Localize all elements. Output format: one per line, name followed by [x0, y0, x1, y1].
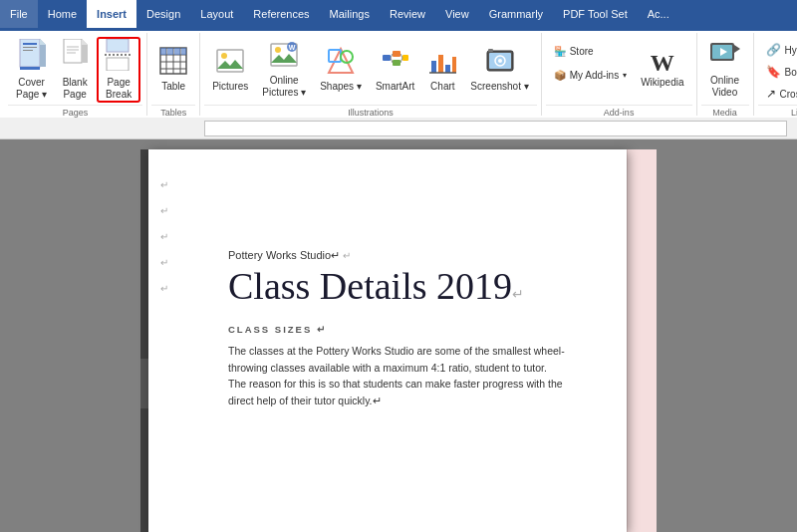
page-break-label: PageBreak — [106, 77, 132, 101]
cover-page-icon — [18, 39, 46, 75]
chart-icon — [428, 47, 456, 79]
svg-rect-15 — [107, 58, 129, 71]
online-video-button[interactable]: OnlineVideo — [703, 37, 747, 103]
smartart-icon — [382, 47, 409, 79]
wikipedia-icon: W — [651, 51, 674, 75]
svg-rect-45 — [438, 55, 443, 73]
ribbon-group-tables: Table Tables — [147, 33, 200, 116]
pages-group-label: Pages — [8, 105, 142, 120]
online-pictures-icon: W — [270, 41, 298, 73]
cross-ref-icon: ↗ — [766, 87, 776, 101]
document-area: ↵ ↵ ↵ ↵ ↵ Pottery Works Studio↵ ↵ Class … — [0, 139, 797, 532]
svg-rect-25 — [174, 48, 180, 55]
ribbon-group-tables-items: Table — [151, 33, 195, 105]
screenshot-button[interactable]: Screenshot ▾ — [464, 37, 534, 103]
ribbon-group-addins: 🏪 Store 📦 My Add-ins ▾ W Wikipedia Add-i… — [542, 33, 697, 116]
document-body: The classes at the Pottery Works Studio … — [228, 343, 567, 409]
ribbon: CoverPage ▾ BlankPage — [0, 28, 797, 118]
cross-ref-label: Cross-refer... — [780, 89, 797, 100]
svg-rect-46 — [445, 65, 450, 73]
tab-layout[interactable]: Layout — [190, 0, 243, 28]
pictures-label: Pictures — [212, 81, 248, 93]
my-addins-button[interactable]: 📦 My Add-ins ▾ — [548, 65, 633, 85]
blank-page-button[interactable]: BlankPage — [55, 37, 95, 103]
online-video-label: OnlineVideo — [710, 75, 739, 99]
pictures-button[interactable]: Pictures — [206, 37, 254, 103]
svg-rect-26 — [181, 48, 186, 55]
wikipedia-label: Wikipedia — [641, 77, 683, 89]
blank-page-label: BlankPage — [63, 77, 88, 101]
screenshot-icon — [486, 47, 514, 79]
screenshot-label: Screenshot ▾ — [470, 81, 528, 93]
bookmark-label: Bookmark — [785, 67, 797, 78]
shapes-icon — [327, 47, 355, 79]
svg-rect-23 — [160, 48, 166, 55]
ribbon-group-media-items: OnlineVideo — [701, 33, 749, 105]
svg-point-28 — [221, 53, 227, 59]
svg-line-43 — [400, 58, 402, 63]
ruler — [204, 121, 787, 136]
document-wrapper: ↵ ↵ ↵ ↵ ↵ Pottery Works Studio↵ ↵ Class … — [140, 149, 657, 532]
ribbon-group-illustrations: Pictures W OnlinePictures ▾ — [200, 33, 542, 116]
tab-references[interactable]: References — [243, 0, 319, 28]
online-pictures-button[interactable]: W OnlinePictures ▾ — [256, 37, 312, 103]
svg-marker-9 — [82, 39, 88, 45]
svg-point-30 — [275, 47, 281, 53]
chart-button[interactable]: Chart — [422, 37, 462, 103]
tab-grammarly[interactable]: Grammarly — [479, 0, 553, 28]
bookmark-icon: 🔖 — [766, 65, 781, 79]
cross-reference-button[interactable]: ↗ Cross-refer... — [760, 85, 797, 103]
smartart-button[interactable]: SmartArt — [370, 37, 420, 103]
bookmark-button[interactable]: 🔖 Bookmark — [760, 63, 797, 81]
blank-page-icon — [62, 39, 88, 75]
svg-line-42 — [400, 54, 402, 58]
svg-rect-2 — [23, 47, 37, 48]
tab-mailings[interactable]: Mailings — [320, 0, 380, 28]
table-button[interactable]: Table — [153, 37, 193, 103]
tab-review[interactable]: Review — [380, 0, 435, 28]
application-window: File Home Insert Design Layout Reference… — [0, 0, 797, 532]
document-section-label: CLASS SIZES ↵ — [228, 324, 587, 335]
online-pictures-label: OnlinePictures ▾ — [262, 75, 306, 99]
tab-pdf-tool-set[interactable]: PDF Tool Set — [553, 0, 638, 28]
tab-home[interactable]: Home — [38, 0, 87, 28]
shapes-label: Shapes ▾ — [320, 81, 362, 93]
document-title: Class Details 2019↵ — [228, 266, 587, 308]
my-addins-label: My Add-ins — [570, 70, 619, 81]
page-break-button[interactable]: PageBreak — [97, 37, 140, 103]
store-button[interactable]: 🏪 Store — [548, 41, 633, 61]
ribbon-group-pages: CoverPage ▾ BlankPage — [4, 33, 147, 116]
document-page: ↵ ↵ ↵ ↵ ↵ Pottery Works Studio↵ ↵ Class … — [148, 149, 627, 532]
ribbon-group-illustrations-items: Pictures W OnlinePictures ▾ — [204, 33, 537, 105]
shapes-button[interactable]: Shapes ▾ — [314, 37, 368, 103]
wikipedia-button[interactable]: W Wikipedia — [635, 37, 689, 103]
svg-rect-1 — [23, 43, 37, 45]
tab-file[interactable]: File — [0, 0, 38, 28]
svg-rect-7 — [64, 39, 82, 63]
svg-text:W: W — [289, 44, 296, 51]
svg-rect-3 — [23, 50, 33, 51]
media-group-label: Media — [701, 105, 749, 120]
smartart-label: SmartArt — [376, 81, 414, 93]
hyperlink-button[interactable]: 🔗 Hyperlink — [760, 41, 797, 59]
tab-insert[interactable]: Insert — [87, 0, 136, 28]
tab-ac[interactable]: Ac... — [638, 0, 679, 28]
svg-rect-36 — [383, 55, 391, 61]
ribbon-group-media: OnlineVideo Media — [697, 33, 754, 116]
ribbon-group-links: 🔗 Hyperlink 🔖 Bookmark ↗ Cross-refer... … — [754, 33, 797, 116]
subtitle-text: Pottery Works Studio↵ — [228, 249, 340, 261]
ribbon-tab-bar: File Home Insert Design Layout Reference… — [0, 0, 797, 28]
tab-design[interactable]: Design — [136, 0, 190, 28]
document-subtitle: Pottery Works Studio↵ ↵ — [228, 249, 587, 262]
svg-line-41 — [391, 58, 393, 63]
page-break-icon — [105, 39, 133, 75]
svg-rect-13 — [107, 39, 129, 52]
illustrations-group-label: Illustrations — [204, 105, 537, 120]
my-addins-icon: 📦 — [554, 70, 566, 81]
tab-view[interactable]: View — [435, 0, 479, 28]
chart-label: Chart — [430, 81, 454, 93]
cover-page-button[interactable]: CoverPage ▾ — [10, 37, 53, 103]
svg-point-52 — [498, 59, 502, 63]
cover-page-label: CoverPage ▾ — [16, 77, 47, 101]
links-group-label: Links — [758, 105, 797, 120]
